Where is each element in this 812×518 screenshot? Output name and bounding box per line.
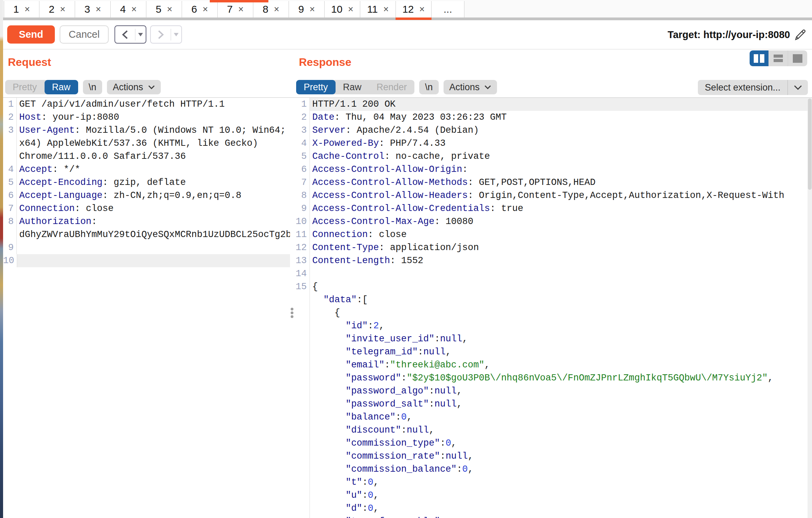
back-history-caret-icon[interactable] — [135, 33, 146, 36]
tab-close-icon[interactable]: × — [24, 5, 30, 14]
code-line: 4Accept: */* — [3, 163, 290, 176]
code-text: GET /api/v1/admin/user/fetch HTTP/1.1 — [17, 98, 290, 111]
code-line: 10Access-Control-Max-Age: 10080 — [294, 215, 808, 228]
tab-close-icon[interactable]: × — [419, 5, 425, 14]
response-panel-header: Response Pretty Raw Render \n Actions — [294, 50, 812, 97]
response-raw-tab[interactable]: Raw — [336, 80, 369, 94]
code-line: 1GET /api/v1/admin/user/fetch HTTP/1.1 — [3, 98, 290, 111]
splitter-handle-dot[interactable] — [291, 311, 293, 314]
layout-rows-button[interactable] — [769, 50, 788, 66]
code-text: "balance":0, — [310, 411, 808, 424]
response-scrollbar-thumb[interactable] — [808, 98, 812, 190]
code-text: Access-Control-Allow-Origin: — [310, 163, 808, 176]
tab-label: 3 — [84, 3, 90, 15]
send-button[interactable]: Send — [7, 25, 55, 44]
repeater-tab-5[interactable]: 5× — [146, 1, 182, 17]
tab-close-icon[interactable]: × — [131, 5, 137, 14]
tab-close-icon[interactable]: × — [238, 5, 244, 14]
repeater-tab-3[interactable]: 3× — [75, 1, 111, 17]
layout-switch-group — [750, 50, 807, 66]
select-extension-dropdown[interactable]: Select extension... — [698, 80, 808, 95]
layout-columns-button[interactable] — [750, 50, 769, 66]
code-line: "u":0, — [294, 489, 808, 502]
request-actions-button[interactable]: Actions — [107, 80, 161, 94]
chevron-left-icon[interactable] — [115, 30, 135, 40]
line-number — [294, 332, 310, 345]
rows-layout-icon — [774, 55, 783, 62]
splitter-handle-dot[interactable] — [291, 308, 293, 310]
code-line: 6Access-Control-Allow-Origin: — [294, 163, 808, 176]
repeater-tab-7[interactable]: 7× — [218, 1, 253, 17]
line-number — [294, 398, 310, 411]
repeater-tab-1[interactable]: 1× — [4, 1, 39, 17]
code-text: HTTP/1.1 200 OK — [310, 98, 808, 111]
line-number: 3 — [294, 124, 310, 137]
tab-overflow-button[interactable]: ... — [432, 1, 464, 17]
repeater-tab-10[interactable]: 10× — [325, 1, 360, 17]
code-text: "password_salt":null, — [310, 398, 808, 411]
code-line: 10 — [3, 254, 290, 267]
tab-label: 6 — [191, 3, 197, 15]
response-actions-label: Actions — [449, 82, 480, 93]
splitter-handle-dot[interactable] — [291, 315, 293, 318]
line-number — [294, 411, 310, 424]
tab-label: 5 — [156, 3, 161, 15]
response-scrollbar[interactable] — [808, 98, 812, 518]
line-number — [294, 515, 310, 518]
layout-single-button[interactable] — [788, 50, 807, 66]
code-line: "d":0, — [294, 502, 808, 515]
repeater-tab-4[interactable]: 4× — [111, 1, 146, 17]
tab-label: 7 — [227, 3, 233, 15]
request-pretty-tab[interactable]: Pretty — [5, 80, 45, 94]
tab-close-icon[interactable]: × — [383, 5, 389, 14]
code-line: 2Date: Thu, 04 May 2023 03:26:23 GMT — [294, 111, 808, 124]
repeater-tab-6[interactable]: 6× — [182, 1, 218, 17]
tab-close-icon[interactable]: × — [348, 5, 353, 14]
code-text: Connection: close — [17, 202, 290, 215]
response-editor[interactable]: 1HTTP/1.1 200 OK2Date: Thu, 04 May 2023 … — [294, 98, 808, 518]
tab-label: 8 — [263, 3, 268, 15]
code-line: "password_algo":null, — [294, 385, 808, 398]
code-line: "invite_user_id":null, — [294, 332, 808, 345]
response-view-toolbar: Pretty Raw Render \n Actions — [296, 80, 497, 94]
chevron-down-icon[interactable] — [788, 80, 808, 95]
request-newline-toggle[interactable]: \n — [83, 80, 102, 94]
code-text: "invite_user_id":null, — [310, 332, 808, 345]
repeater-tab-8[interactable]: 8× — [253, 1, 289, 17]
code-text: "t":0, — [310, 476, 808, 489]
code-line: 15{ — [294, 280, 808, 293]
code-text: Access-Control-Allow-Methods: GET,POST,O… — [310, 176, 808, 189]
repeater-tab-12[interactable]: 12× — [396, 1, 432, 17]
line-number: 2 — [294, 111, 310, 124]
line-number — [294, 293, 310, 306]
response-newline-toggle[interactable]: \n — [419, 80, 439, 94]
request-editor[interactable]: 1GET /api/v1/admin/user/fetch HTTP/1.12H… — [3, 98, 290, 518]
code-text: "commission_rate":null, — [310, 450, 808, 463]
code-line: "commission_type":0, — [294, 437, 808, 450]
edit-target-button[interactable] — [793, 27, 808, 42]
tab-close-icon[interactable]: × — [203, 5, 208, 14]
back-button-group[interactable] — [114, 25, 146, 44]
line-number — [294, 385, 310, 398]
code-text — [17, 241, 290, 254]
request-panel-header: Request Pretty Raw \n Actions — [3, 50, 290, 97]
repeater-tab-11[interactable]: 11× — [360, 1, 396, 17]
tab-close-icon[interactable]: × — [274, 5, 279, 14]
request-raw-tab[interactable]: Raw — [45, 80, 78, 94]
code-text: { — [310, 306, 808, 319]
response-pretty-tab[interactable]: Pretty — [296, 80, 336, 94]
code-text: { — [310, 280, 808, 293]
response-render-tab[interactable]: Render — [369, 80, 415, 94]
cancel-button[interactable]: Cancel — [60, 25, 109, 44]
code-line: 3User-Agent: Mozilla/5.0 (Windows NT 10.… — [3, 124, 290, 163]
repeater-tab-9[interactable]: 9× — [289, 1, 325, 17]
tab-close-icon[interactable]: × — [96, 5, 101, 14]
code-text: "commission_type":0, — [310, 437, 808, 450]
repeater-tab-2[interactable]: 2× — [39, 1, 75, 17]
tab-close-icon[interactable]: × — [60, 5, 65, 14]
line-number: 8 — [294, 189, 310, 202]
code-text: "id":2, — [310, 319, 808, 332]
tab-close-icon[interactable]: × — [167, 5, 172, 14]
response-actions-button[interactable]: Actions — [444, 80, 497, 94]
tab-close-icon[interactable]: × — [310, 5, 315, 14]
